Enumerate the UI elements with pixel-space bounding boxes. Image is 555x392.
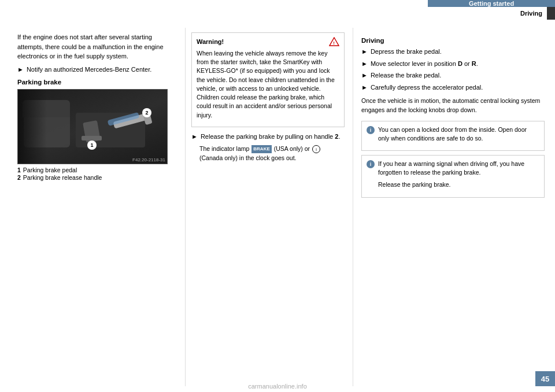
parking-brake-image: 1 2 F42.20-2118-31 (17, 89, 168, 164)
release-text-prefix: Release the parking brake by pulling on … (201, 133, 333, 140)
arrow-step3: ► (361, 71, 368, 80)
warning-triangle-icon: ! (329, 37, 339, 46)
caption-2: 2 Parking brake release handle (17, 174, 175, 181)
handle-number: 2 (335, 133, 338, 140)
selector-r: R (472, 60, 476, 67)
warning-body-text: When leaving the vehicle always remove t… (197, 49, 339, 120)
selector-d: D (458, 60, 462, 67)
bullet-notify: ► Notify an authorized Mercedes-Benz Cen… (17, 65, 175, 75)
info-icon-1: i (367, 126, 375, 134)
info2-extra-text: Release the parking brake. (378, 180, 539, 189)
getting-started-label: Getting started (428, 0, 555, 7)
warning-title: Warning! (197, 38, 329, 45)
bullet-notify-text: Notify an authorized Mercedes-Benz Cente… (27, 65, 175, 75)
step-1: ► Depress the brake pedal. (361, 47, 545, 57)
image-bg: 1 2 F42.20-2118-31 (18, 90, 167, 164)
indicator-prefix: The indicator lamp (199, 145, 249, 152)
caption-1-num: 1 (17, 167, 21, 173)
indicator-end: (Canada only) in the clock goes out. (199, 154, 297, 161)
label-1: 1 (87, 140, 97, 150)
page-header: Getting started Driving (0, 0, 555, 22)
step2-text: Move selector lever in position D or R. (371, 59, 545, 69)
intro-text: If the engine does not start after sever… (17, 32, 175, 61)
info-box-1: i You can open a locked door from the in… (361, 121, 545, 151)
caption-1: 1 Parking brake pedal (17, 167, 175, 173)
indicator-text: The indicator lamp BRAKE (USA only) or i… (199, 145, 345, 163)
release-text: Release the parking brake by pulling on … (201, 132, 345, 142)
arrow-step4: ► (361, 83, 368, 93)
step-2: ► Move selector lever in position D or R… (361, 59, 545, 69)
image-reference: F42.20-2118-31 (132, 157, 165, 162)
canada-icon: i (312, 145, 320, 153)
svg-text:!: ! (333, 40, 335, 46)
label-2: 2 (142, 108, 151, 117)
info2-text: If you hear a warning signal when drivin… (378, 160, 539, 177)
info2-content: If you hear a warning signal when drivin… (378, 160, 539, 193)
arrow-step1: ► (361, 47, 368, 57)
driving-section-title: Driving (361, 37, 545, 44)
arrow-icon-2: ► (191, 132, 198, 142)
info1-text: You can open a locked door from the insi… (378, 125, 539, 143)
step1-text: Depress the brake pedal. (371, 47, 545, 57)
arrow-icon: ► (17, 65, 24, 75)
warning-box: Warning! ! When leaving the vehicle alwa… (191, 32, 345, 127)
info-box-2: i If you hear a warning signal when driv… (361, 155, 545, 198)
image-captions: 1 Parking brake pedal 2 Parking brake re… (17, 167, 175, 181)
page-number: 45 (535, 371, 555, 386)
right-column: Driving ► Depress the brake pedal. ► Mov… (353, 28, 555, 386)
driving-label: Driving (520, 10, 547, 17)
indicator-suffix: (USA only) or (274, 145, 310, 152)
driving-row: Driving (428, 7, 555, 20)
warning-header: Warning! ! (197, 37, 339, 46)
caption-2-num: 2 (17, 174, 21, 181)
caption-1-text: Parking brake pedal (23, 167, 77, 173)
motion-text: Once the vehicle is in motion, the autom… (361, 97, 545, 115)
car-interior-graphic: 1 2 (18, 90, 167, 164)
page-content: If the engine does not start after sever… (0, 22, 555, 392)
step-3: ► Release the brake pedal. (361, 71, 545, 80)
bullet-release: ► Release the parking brake by pulling o… (191, 132, 345, 142)
watermark: carmanualonline.info (248, 383, 307, 390)
header-right: Getting started Driving (428, 0, 555, 22)
brake-badge: BRAKE (251, 145, 271, 153)
caption-2-text: Parking brake release handle (23, 174, 102, 181)
info-icon-2: i (367, 160, 375, 168)
arrow-step2: ► (361, 59, 368, 69)
parking-brake-title: Parking brake (17, 79, 175, 86)
left-column: If the engine does not start after sever… (0, 28, 185, 386)
driving-block (547, 7, 555, 20)
step-4: ► Carefully depress the accelerator peda… (361, 83, 545, 93)
middle-column: Warning! ! When leaving the vehicle alwa… (185, 28, 353, 386)
step3-text: Release the brake pedal. (371, 71, 545, 80)
step4-text: Carefully depress the accelerator pedal. (371, 83, 545, 93)
